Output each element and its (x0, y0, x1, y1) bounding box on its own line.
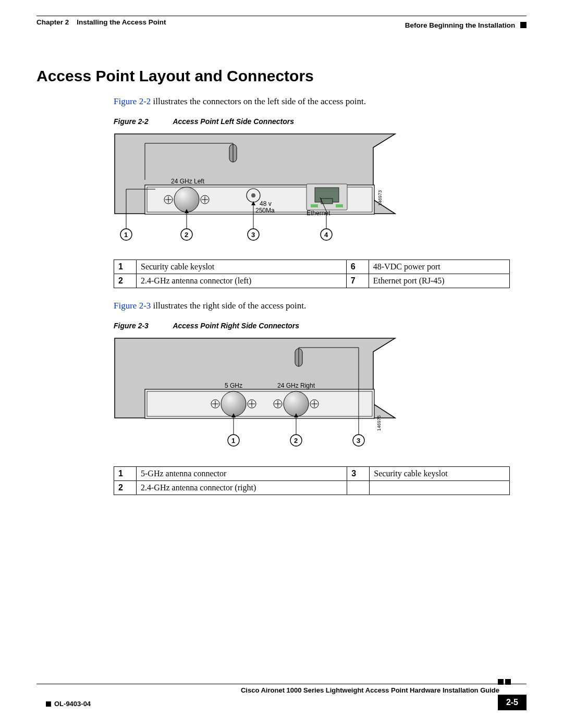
svg-text:1: 1 (231, 437, 235, 445)
svg-rect-36 (145, 389, 374, 418)
ethernet-label: Ethernet (307, 209, 331, 217)
figure-number-1: Figure 2-2 (114, 117, 171, 126)
figure-number-2: Figure 2-3 (114, 322, 171, 330)
svg-rect-17 (336, 204, 343, 207)
chapter-number: Chapter 2 (36, 18, 69, 26)
footer-doc-num: OL-9403-04 (36, 700, 91, 708)
figure-link-2[interactable]: Figure 2-3 (114, 301, 151, 311)
header-marker-icon (520, 22, 527, 28)
section-heading: Access Point Layout and Connectors (36, 67, 527, 85)
figure-caption-2: Figure 2-3 Access Point Right Side Conne… (36, 322, 527, 330)
svg-text:3: 3 (251, 231, 255, 239)
svg-text:1: 1 (124, 231, 128, 239)
svg-point-39 (221, 391, 246, 416)
page-footer: Cisco Aironet 1000 Series Lightweight Ac… (36, 684, 527, 714)
figure-title-2: Access Point Right Side Connectors (173, 322, 299, 330)
figure-2: 5 GHz 24 GHz Right 146975 1 2 3 (114, 337, 527, 454)
figure-caption-1: Figure 2-2 Access Point Left Side Connec… (36, 117, 527, 126)
svg-text:4: 4 (324, 231, 328, 239)
section-name: Before Beginning the Installation (405, 21, 516, 29)
table-row: 2 2.4-GHz antenna connector (right) (114, 481, 510, 495)
page-header: Chapter 2 Installing the Access Point Be… (36, 16, 527, 41)
key-table-2: 1 5-GHz antenna connector 3 Security cab… (114, 466, 510, 495)
svg-point-40 (284, 391, 309, 416)
svg-text:2: 2 (185, 231, 188, 239)
intro-paragraph-2: Figure 2-3 illustrates the right side of… (36, 301, 527, 311)
svg-text:3: 3 (357, 437, 360, 445)
svg-rect-16 (311, 204, 318, 207)
key-table-1: 1 Security cable keyslot 6 48-VDC power … (114, 260, 510, 288)
page-number: 2-5 (498, 695, 527, 710)
svg-point-3 (174, 187, 199, 212)
figure-link-1[interactable]: Figure 2-2 (114, 96, 151, 106)
footer-doc-title: Cisco Aironet 1000 Series Lightweight Ac… (36, 684, 527, 694)
table-row: 1 Security cable keyslot 6 48-VDC power … (114, 260, 510, 274)
svg-point-11 (251, 193, 255, 198)
image-id-1: 146973 (377, 190, 383, 206)
footer-marker-icon (496, 677, 511, 687)
label-24ghz: 24 GHz Right (277, 382, 315, 389)
image-id-2: 146975 (376, 415, 382, 431)
table-row: 1 5-GHz antenna connector 3 Security cab… (114, 467, 510, 481)
chapter-title: Installing the Access Point (77, 18, 166, 26)
intro-text-2: illustrates the right side of the access… (151, 301, 306, 311)
intro-text-1: illustrates the connectors on the left s… (151, 96, 366, 106)
header-section: Before Beginning the Installation (405, 18, 527, 32)
figure-title-1: Access Point Left Side Connectors (173, 117, 294, 126)
header-chapter: Chapter 2 Installing the Access Point (36, 18, 166, 26)
antenna-label: 24 GHz Left (171, 178, 205, 185)
footer-left-marker-icon (46, 701, 51, 707)
table-row: 2 2.4-GHz antenna connector (left) 7 Eth… (114, 274, 510, 288)
svg-text:2: 2 (294, 437, 298, 445)
intro-paragraph-1: Figure 2-2 illustrates the connectors on… (36, 96, 527, 107)
label-5ghz: 5 GHz (225, 382, 242, 389)
figure-1: 24 GHz Left 48 v250Ma Ethernet (114, 133, 527, 247)
